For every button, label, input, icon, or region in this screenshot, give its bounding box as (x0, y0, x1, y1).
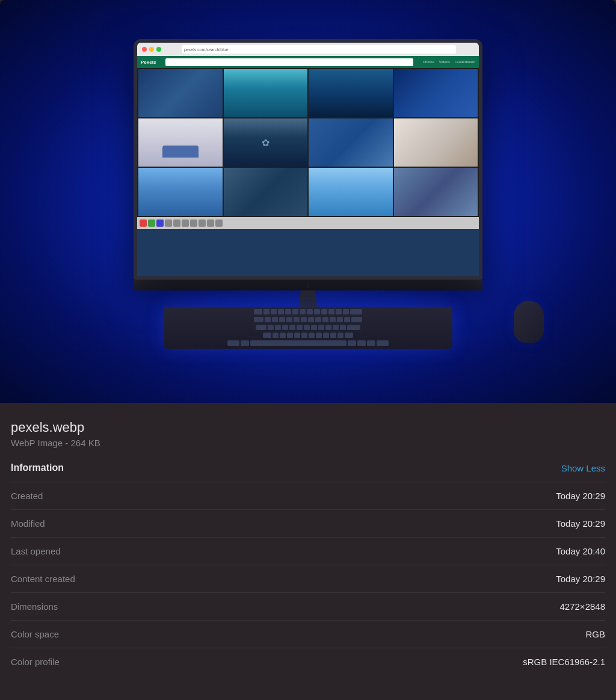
key (241, 340, 249, 346)
key (347, 325, 360, 331)
key (308, 317, 314, 323)
key (321, 309, 327, 315)
key (325, 325, 331, 331)
key (328, 309, 334, 315)
pexels-nav: PhotosVideosLeaderboard (423, 60, 475, 64)
key (304, 325, 310, 331)
browser-address-bar: pexels.com/search/blue (182, 45, 456, 54)
info-row-label: Modified (11, 518, 45, 529)
key-row-2 (167, 317, 449, 323)
photo-cell-1 (138, 69, 223, 117)
key (307, 309, 313, 315)
info-row-label: Dimensions (11, 601, 58, 612)
key (289, 325, 295, 331)
key (254, 317, 263, 323)
photo-cell-12 (394, 168, 478, 216)
key (285, 309, 291, 315)
key (282, 325, 288, 331)
photo-cell-4 (394, 69, 478, 117)
key (316, 333, 322, 339)
key (297, 325, 303, 331)
browser-bar: pexels.com/search/blue (137, 43, 479, 56)
key (286, 317, 292, 323)
window-close-dot (142, 47, 147, 52)
key (294, 333, 300, 339)
key (311, 325, 317, 331)
key (351, 317, 362, 323)
mouse (514, 301, 544, 343)
key (336, 309, 342, 315)
info-row-value: Today 20:29 (556, 574, 605, 584)
taskbar (137, 217, 479, 229)
key (279, 317, 285, 323)
info-row: CreatedToday 20:29 (11, 482, 605, 509)
key-row-1 (167, 309, 449, 315)
key (357, 340, 366, 346)
key (301, 317, 307, 323)
info-row: Last openedToday 20:40 (11, 537, 605, 565)
key (275, 325, 281, 331)
key (263, 333, 271, 339)
file-name: pexels.webp (11, 420, 605, 435)
key (300, 309, 306, 315)
apple-logo-icon:  (307, 281, 309, 289)
key (330, 317, 336, 323)
info-row: Color profilesRGB IEC61966-2.1 (11, 648, 605, 675)
imac-monitor: pexels.com/search/blue Pexels PhotosVide… (134, 39, 482, 280)
info-row: ModifiedToday 20:29 (11, 509, 605, 537)
key (344, 317, 350, 323)
key (330, 333, 336, 339)
key (367, 340, 375, 346)
imac-chin:  (134, 280, 482, 290)
key (348, 340, 356, 346)
spacebar-key (250, 340, 346, 346)
imac-screen: pexels.com/search/blue Pexels PhotosVide… (137, 43, 479, 276)
key (343, 309, 349, 315)
show-less-button[interactable]: Show Less (561, 463, 605, 473)
image-preview: pexels.com/search/blue Pexels PhotosVide… (0, 0, 616, 403)
address-text: pexels.com/search/blue (184, 48, 229, 52)
key (278, 309, 284, 315)
key (287, 333, 293, 339)
window-minimize-dot (149, 47, 154, 52)
key (292, 309, 298, 315)
info-section-title: Information (11, 462, 64, 473)
key (263, 309, 270, 315)
key (294, 317, 300, 323)
info-row-label: Color profile (11, 657, 60, 667)
key (323, 333, 329, 339)
key (340, 325, 346, 331)
file-type-size: WebP Image - 264 KB (11, 438, 605, 448)
photo-cell-10 (224, 168, 308, 216)
info-row-label: Created (11, 491, 43, 501)
photo-cell-11 (309, 168, 393, 216)
information-section: Information Show Less CreatedToday 20:29… (11, 462, 605, 675)
photo-cell-3 (309, 69, 393, 117)
key (315, 317, 321, 323)
key (337, 333, 343, 339)
info-row-value: sRGB IEC61966-2.1 (523, 657, 605, 667)
photo-grid (137, 68, 479, 217)
info-row: Color spaceRGB (11, 620, 605, 648)
info-row: Dimensions4272×2848 (11, 592, 605, 620)
key (333, 325, 339, 331)
key (314, 309, 320, 315)
key (272, 317, 278, 323)
info-row-label: Last opened (11, 546, 61, 556)
key (271, 309, 277, 315)
key-row-5 (167, 340, 449, 346)
key (254, 309, 262, 315)
window-maximize-dot (156, 47, 161, 52)
key (318, 325, 324, 331)
key (301, 333, 307, 339)
imac-illustration: pexels.com/search/blue Pexels PhotosVide… (134, 39, 482, 328)
photo-cell-9 (138, 168, 223, 216)
info-row-value: Today 20:29 (556, 491, 605, 501)
pexels-search-bar (165, 58, 413, 66)
key (337, 317, 343, 323)
key (268, 325, 274, 331)
key (350, 309, 362, 315)
info-row: Content createdToday 20:29 (11, 565, 605, 592)
photo-cell-8 (394, 118, 478, 167)
photo-cell-6 (224, 118, 308, 167)
